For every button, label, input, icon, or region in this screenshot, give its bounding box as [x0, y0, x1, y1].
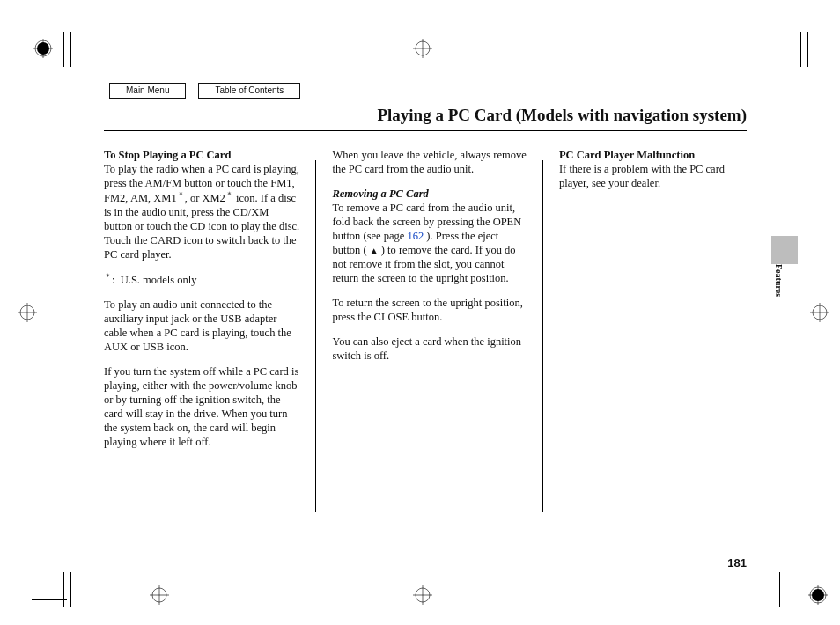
- body-text: To play an audio unit connected to the a…: [104, 298, 299, 354]
- crop-mark-icon: [755, 583, 780, 607]
- removing-card-heading: Removing a PC Card: [332, 188, 428, 200]
- crop-mark-icon: [63, 32, 88, 56]
- content-columns: To Stop Playing a PC Card To play the ra…: [104, 148, 747, 512]
- registration-mark-icon: [808, 585, 828, 605]
- crop-mark-icon: [784, 32, 808, 56]
- page-header: Playing a PC Card (Models with navigatio…: [104, 106, 747, 131]
- page-title: Playing a PC Card (Models with navigatio…: [104, 106, 747, 129]
- stop-playing-heading: To Stop Playing a PC Card: [104, 149, 231, 161]
- section-tab: [771, 236, 798, 264]
- eject-icon: ▲: [370, 246, 379, 255]
- registration-mark-icon: [18, 303, 37, 322]
- body-text: If you turn the system off while a PC ca…: [104, 364, 299, 449]
- footnote-text: U.S. models only: [121, 274, 197, 286]
- table-of-contents-button[interactable]: Table of Contents: [198, 83, 300, 99]
- registration-mark-icon: [33, 39, 53, 58]
- malfunction-section: PC Card Player Malfunction If there is a…: [559, 148, 747, 190]
- body-text: To return the screen to the upright posi…: [332, 296, 527, 324]
- column-1: To Stop Playing a PC Card To play the ra…: [104, 148, 299, 512]
- column-2: When you leave the vehicle, always remov…: [332, 148, 527, 512]
- body-text: If there is a problem with the PC card p…: [559, 163, 725, 189]
- main-menu-button[interactable]: Main Menu: [109, 83, 186, 99]
- malfunction-heading: PC Card Player Malfunction: [559, 149, 695, 161]
- page-link[interactable]: 162: [407, 230, 424, 242]
- footnote-sep: :: [112, 274, 114, 286]
- body-text: You can also eject a card when the ignit…: [332, 335, 527, 363]
- registration-mark-icon: [150, 585, 169, 605]
- column-divider: [315, 160, 316, 512]
- asterisk-icon: ＊: [225, 190, 233, 199]
- stop-playing-section: To Stop Playing a PC Card To play the ra…: [104, 148, 299, 261]
- column-divider: [542, 160, 543, 512]
- registration-mark-icon: [810, 303, 829, 322]
- title-rule: [104, 130, 747, 131]
- registration-mark-icon: [413, 39, 432, 58]
- removing-card-section: Removing a PC Card To remove a PC card f…: [332, 187, 527, 285]
- asterisk-icon: ＊: [177, 190, 185, 199]
- body-text: When you leave the vehicle, always remov…: [332, 148, 527, 176]
- nav-buttons: Main Menu Table of Contents: [109, 83, 300, 99]
- registration-mark-icon: [413, 585, 432, 605]
- crop-mark-icon: [32, 583, 56, 607]
- column-3: PC Card Player Malfunction If there is a…: [559, 148, 747, 512]
- asterisk-icon: ＊: [104, 272, 112, 281]
- footnote: ＊: U.S. models only: [116, 272, 299, 287]
- section-tab-label: Features: [774, 264, 784, 297]
- page-number: 181: [727, 556, 747, 570]
- body-text: , or XM2: [185, 192, 225, 204]
- crop-mark-icon: [63, 583, 88, 607]
